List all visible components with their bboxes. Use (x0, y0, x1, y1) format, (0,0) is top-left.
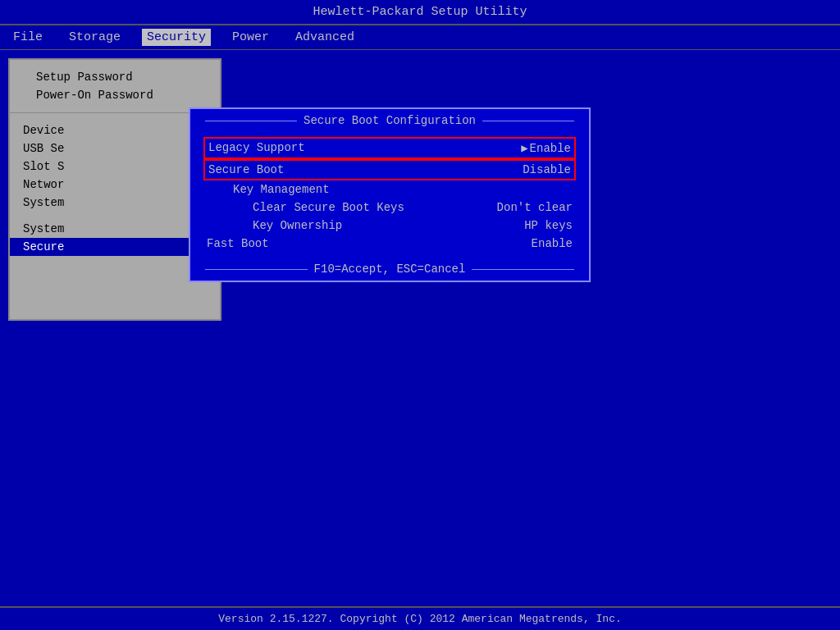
menu-item-file[interactable]: File (8, 29, 48, 46)
menu-bar: File Storage Security Power Advanced (0, 25, 840, 50)
menu-item-power[interactable]: Power (227, 29, 274, 46)
clear-keys-value: Don't clear (497, 201, 573, 214)
key-ownership-row[interactable]: Key Ownership HP keys (203, 217, 576, 235)
fast-boot-row[interactable]: Fast Boot Enable (203, 235, 576, 253)
clear-keys-label: Clear Secure Boot Keys (253, 201, 404, 214)
secure-boot-value: Disable (523, 163, 571, 176)
power-on-password-item[interactable]: Power-On Password (23, 86, 207, 104)
status-bar: Version 2.15.1227. Copyright (C) 2012 Am… (0, 606, 840, 630)
clear-secure-boot-keys-row[interactable]: Clear Secure Boot Keys Don't clear (203, 199, 576, 217)
dialog-body: Legacy Support Enable Secure Boot Disabl… (190, 132, 589, 258)
legacy-support-label: Legacy Support (208, 141, 305, 155)
key-management-label: Key Management (233, 183, 330, 196)
title-bar: Hewlett-Packard Setup Utility (0, 0, 840, 25)
key-management-row[interactable]: Key Management (203, 180, 576, 199)
menu-item-advanced[interactable]: Advanced (290, 29, 359, 46)
setup-password-item[interactable]: Setup Password (23, 68, 207, 86)
key-ownership-label: Key Ownership (253, 219, 342, 232)
legacy-support-row[interactable]: Legacy Support Enable (203, 137, 576, 159)
dialog-title: Secure Boot Configuration (190, 109, 589, 132)
fast-boot-value: Enable (532, 237, 573, 250)
status-text: Version 2.15.1227. Copyright (C) 2012 Am… (218, 613, 621, 625)
menu-item-security[interactable]: Security (142, 29, 211, 46)
menu-item-storage[interactable]: Storage (64, 29, 126, 46)
panel-section-passwords: Setup Password Power-On Password (10, 60, 220, 113)
secure-boot-dialog: Secure Boot Configuration Legacy Support… (189, 107, 591, 282)
secure-boot-label: Secure Boot (208, 163, 284, 176)
title-text: Hewlett-Packard Setup Utility (313, 5, 527, 19)
fast-boot-label: Fast Boot (207, 237, 269, 250)
secure-boot-row[interactable]: Secure Boot Disable (203, 159, 576, 180)
legacy-support-value: Enable (521, 141, 571, 155)
main-content: Setup Password Power-On Password Device … (8, 58, 832, 321)
key-ownership-value: HP keys (524, 219, 573, 232)
dialog-footer: F10=Accept, ESC=Cancel (190, 258, 589, 281)
